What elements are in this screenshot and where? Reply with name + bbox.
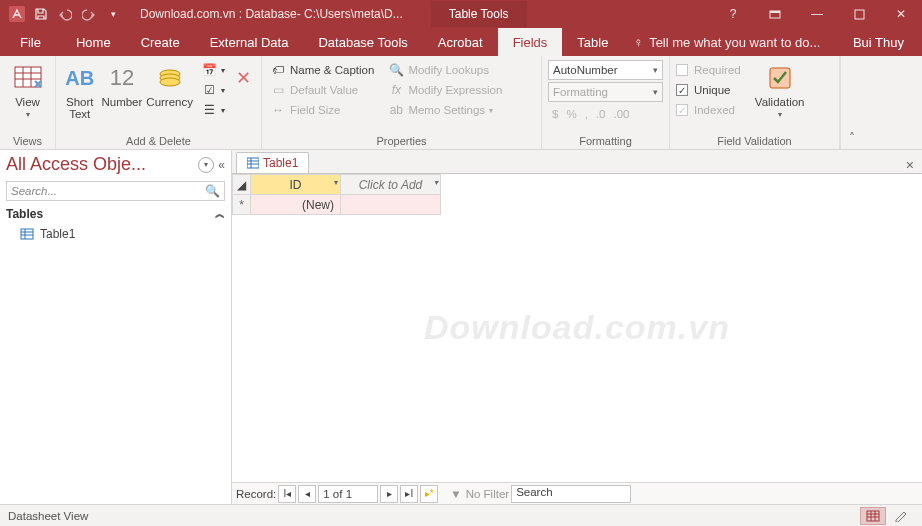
tell-me-box[interactable]: ♀ Tell me what you want to do... xyxy=(623,28,835,56)
filter-indicator[interactable]: ▼No Filter xyxy=(450,488,509,500)
svg-point-7 xyxy=(160,78,180,86)
datasheet-view-switch[interactable] xyxy=(860,507,886,525)
new-record-button[interactable]: ▸* xyxy=(420,485,438,503)
name-caption-button[interactable]: 🏷Name & Caption xyxy=(268,60,376,80)
window-title: Download.com.vn : Database- C:\Users\met… xyxy=(130,7,413,21)
lookup-icon: 🔍 xyxy=(388,62,404,78)
decrease-decimal-icon: .00 xyxy=(613,108,629,120)
default-value-icon: ▭ xyxy=(270,82,286,98)
maximize-icon[interactable] xyxy=(838,0,880,28)
document-tabs: Table1 × xyxy=(232,150,922,174)
group-field-validation-label: Field Validation xyxy=(676,133,833,149)
unique-label: Unique xyxy=(694,84,730,96)
no-filter-label: No Filter xyxy=(466,488,509,500)
close-icon[interactable]: ✕ xyxy=(880,0,922,28)
first-record-button[interactable]: I◂ xyxy=(278,485,296,503)
currency-format-icon: $ xyxy=(552,108,558,120)
short-text-icon: AB xyxy=(64,62,96,94)
validation-label: Validation xyxy=(755,96,805,108)
tab-external-data[interactable]: External Data xyxy=(195,28,304,56)
more-fields-button[interactable]: ☰▾ xyxy=(199,100,227,120)
short-text-button[interactable]: AB Short Text xyxy=(62,60,97,120)
number-label: Number xyxy=(101,96,142,108)
save-icon[interactable] xyxy=(30,3,52,25)
record-search-input[interactable]: Search xyxy=(511,485,631,503)
row-selector[interactable]: * xyxy=(233,195,251,215)
view-label: View xyxy=(15,96,40,108)
design-view-switch[interactable] xyxy=(888,507,914,525)
unique-checkbox[interactable]: ✓Unique xyxy=(676,80,741,100)
indexed-label: Indexed xyxy=(694,104,735,116)
chevron-down-icon[interactable]: ▾ xyxy=(434,178,438,187)
help-icon[interactable]: ? xyxy=(712,0,754,28)
redo-icon[interactable] xyxy=(78,3,100,25)
record-counter[interactable]: 1 of 1 xyxy=(318,485,378,503)
validation-button[interactable]: Validation ▾ xyxy=(751,60,809,119)
column-header-add[interactable]: Click to Add▾ xyxy=(341,175,441,195)
group-formatting-label: Formatting xyxy=(548,133,663,149)
yesno-button[interactable]: ☑▾ xyxy=(199,80,227,100)
chevron-down-icon[interactable]: ▾ xyxy=(334,178,338,187)
access-app-icon xyxy=(6,3,28,25)
currency-button[interactable]: Currency xyxy=(146,60,193,108)
qat-dropdown-icon[interactable]: ▾ xyxy=(102,3,124,25)
group-add-delete-label: Add & Delete xyxy=(62,133,255,149)
memo-settings-label: Memo Settings xyxy=(408,104,485,116)
column-id-label: ID xyxy=(290,178,302,192)
search-icon: 🔍 xyxy=(205,184,220,198)
default-value-label: Default Value xyxy=(290,84,358,96)
chevron-down-icon: ▾ xyxy=(653,87,658,97)
tab-fields[interactable]: Fields xyxy=(498,28,563,56)
view-button[interactable]: View ▾ xyxy=(6,60,49,119)
svg-rect-10 xyxy=(247,158,259,168)
column-header-id[interactable]: ID▾ xyxy=(251,175,341,195)
group-properties-label: Properties xyxy=(268,133,535,149)
ribbon-display-icon[interactable] xyxy=(754,0,796,28)
memo-settings-button: abMemo Settings ▾ xyxy=(386,100,504,120)
nav-section-tables[interactable]: Tables ︽ xyxy=(0,205,231,223)
number-button[interactable]: 12 Number xyxy=(101,60,142,108)
tab-file[interactable]: File xyxy=(0,28,61,56)
select-all-cell[interactable]: ◢ xyxy=(233,175,251,195)
nav-item-table1[interactable]: Table1 xyxy=(0,223,231,245)
titlebar: ▾ Download.com.vn : Database- C:\Users\m… xyxy=(0,0,922,28)
close-tab-icon[interactable]: × xyxy=(898,157,922,173)
tab-create[interactable]: Create xyxy=(126,28,195,56)
table-icon xyxy=(247,157,259,169)
svg-rect-0 xyxy=(9,6,25,22)
svg-rect-11 xyxy=(867,511,879,521)
field-size-button: ↔Field Size xyxy=(268,100,376,120)
nav-title[interactable]: All Access Obje... xyxy=(6,154,198,175)
collapse-ribbon-icon[interactable]: ˄ xyxy=(840,56,862,149)
new-record-row[interactable]: * (New) xyxy=(233,195,441,215)
user-name[interactable]: Bui Thuy xyxy=(835,28,922,56)
cell-id-new[interactable]: (New) xyxy=(251,195,341,215)
prev-record-button[interactable]: ◂ xyxy=(298,485,316,503)
modify-lookups-button: 🔍Modify Lookups xyxy=(386,60,504,80)
nav-menu-icon[interactable]: ▾ xyxy=(198,157,214,173)
currency-icon xyxy=(154,62,186,94)
undo-icon[interactable] xyxy=(54,3,76,25)
shutter-bar-icon[interactable]: « xyxy=(218,158,225,172)
format-value: Formatting xyxy=(553,86,608,98)
datetime-button[interactable]: 📅▾ xyxy=(199,60,227,80)
tab-table[interactable]: Table xyxy=(562,28,623,56)
quick-access-toolbar: ▾ xyxy=(0,3,130,25)
last-record-button[interactable]: ▸I xyxy=(400,485,418,503)
datasheet[interactable]: ◢ ID▾ Click to Add▾ * (New) xyxy=(232,174,922,482)
tell-me-label: Tell me what you want to do... xyxy=(649,35,820,50)
data-type-combo[interactable]: AutoNumber▾ xyxy=(548,60,663,80)
tab-database-tools[interactable]: Database Tools xyxy=(303,28,422,56)
svg-rect-3 xyxy=(855,10,864,19)
delete-button[interactable]: ✕ xyxy=(231,60,255,94)
tab-home[interactable]: Home xyxy=(61,28,126,56)
chevron-up-icon: ︽ xyxy=(215,207,225,221)
field-size-icon: ↔ xyxy=(270,102,286,118)
minimize-icon[interactable]: — xyxy=(796,0,838,28)
tab-acrobat[interactable]: Acrobat xyxy=(423,28,498,56)
next-record-button[interactable]: ▸ xyxy=(380,485,398,503)
nav-search-input[interactable]: Search... 🔍 xyxy=(6,181,225,201)
doc-tab-table1[interactable]: Table1 xyxy=(236,152,309,173)
cell-empty[interactable] xyxy=(341,195,441,215)
name-caption-label: Name & Caption xyxy=(290,64,374,76)
